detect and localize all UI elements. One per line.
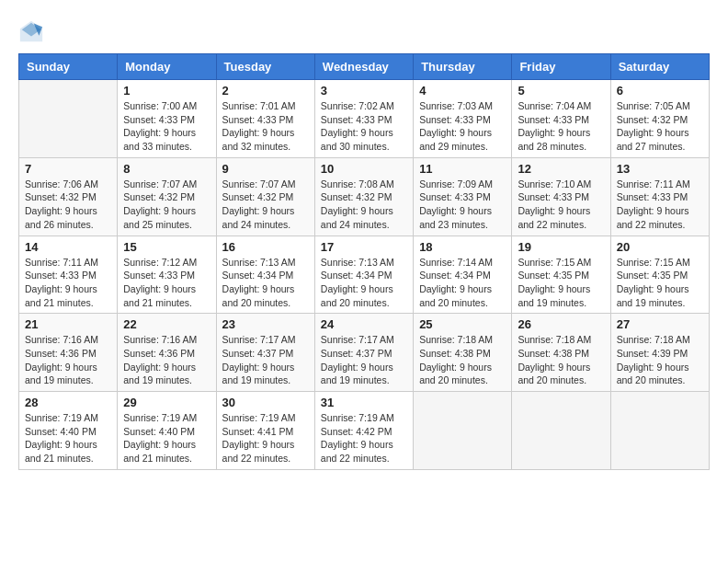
calendar-cell: 17Sunrise: 7:13 AMSunset: 4:34 PMDayligh… [314,236,413,314]
day-number: 30 [222,396,309,409]
logo [18,18,48,44]
week-row-3: 14Sunrise: 7:11 AMSunset: 4:33 PMDayligh… [19,236,710,314]
calendar-cell: 19Sunrise: 7:15 AMSunset: 4:35 PMDayligh… [512,236,610,314]
day-info: Sunrise: 7:17 AMSunset: 4:37 PMDaylight:… [321,333,407,387]
day-info: Sunrise: 7:17 AMSunset: 4:37 PMDaylight:… [222,333,309,387]
day-number: 16 [222,240,309,254]
day-number: 13 [617,162,703,176]
calendar-cell: 14Sunrise: 7:11 AMSunset: 4:33 PMDayligh… [19,236,118,314]
calendar-cell: 8Sunrise: 7:07 AMSunset: 4:32 PMDaylight… [118,157,216,236]
day-info: Sunrise: 7:18 AMSunset: 4:38 PMDaylight:… [419,333,506,387]
day-number: 27 [617,317,703,331]
calendar-cell [610,392,709,470]
calendar-cell: 12Sunrise: 7:10 AMSunset: 4:33 PMDayligh… [512,157,610,236]
day-info: Sunrise: 7:03 AMSunset: 4:33 PMDaylight:… [419,99,506,154]
calendar-cell: 11Sunrise: 7:09 AMSunset: 4:33 PMDayligh… [414,157,512,236]
day-info: Sunrise: 7:13 AMSunset: 4:34 PMDaylight:… [321,256,407,310]
day-number: 3 [321,84,407,98]
day-info: Sunrise: 7:15 AMSunset: 4:35 PMDaylight:… [518,256,604,310]
day-number: 6 [617,84,703,98]
day-number: 26 [518,317,604,331]
day-info: Sunrise: 7:00 AMSunset: 4:33 PMDaylight:… [123,99,210,154]
day-info: Sunrise: 7:11 AMSunset: 4:33 PMDaylight:… [617,178,703,232]
calendar-cell: 25Sunrise: 7:18 AMSunset: 4:38 PMDayligh… [414,314,512,392]
day-number: 29 [123,396,210,409]
calendar-cell: 21Sunrise: 7:16 AMSunset: 4:36 PMDayligh… [19,314,118,392]
calendar-cell: 26Sunrise: 7:18 AMSunset: 4:38 PMDayligh… [512,314,610,392]
calendar-cell: 1Sunrise: 7:00 AMSunset: 4:33 PMDaylight… [118,80,216,158]
day-number: 9 [222,162,309,176]
day-number: 5 [518,84,604,98]
calendar-cell: 20Sunrise: 7:15 AMSunset: 4:35 PMDayligh… [610,236,709,314]
day-number: 17 [321,240,407,254]
weekday-header-friday: Friday [512,54,610,80]
day-info: Sunrise: 7:08 AMSunset: 4:32 PMDaylight:… [321,178,407,232]
day-number: 2 [222,84,309,98]
week-row-4: 21Sunrise: 7:16 AMSunset: 4:36 PMDayligh… [19,314,710,392]
day-info: Sunrise: 7:18 AMSunset: 4:38 PMDaylight:… [518,333,604,387]
day-info: Sunrise: 7:10 AMSunset: 4:33 PMDaylight:… [518,178,604,232]
day-info: Sunrise: 7:19 AMSunset: 4:40 PMDaylight:… [123,411,210,465]
week-row-1: 1Sunrise: 7:00 AMSunset: 4:33 PMDaylight… [19,80,710,158]
day-number: 11 [419,162,506,176]
day-number: 25 [419,317,506,331]
day-info: Sunrise: 7:04 AMSunset: 4:33 PMDaylight:… [518,99,604,154]
day-number: 4 [419,84,506,98]
day-number: 24 [321,317,407,331]
calendar-cell: 5Sunrise: 7:04 AMSunset: 4:33 PMDaylight… [512,80,610,158]
weekday-header-saturday: Saturday [610,54,709,80]
day-info: Sunrise: 7:09 AMSunset: 4:33 PMDaylight:… [419,178,506,232]
calendar-cell [19,80,118,158]
day-number: 12 [518,162,604,176]
day-info: Sunrise: 7:02 AMSunset: 4:33 PMDaylight:… [321,99,407,154]
day-info: Sunrise: 7:07 AMSunset: 4:32 PMDaylight:… [222,178,309,232]
calendar-cell: 23Sunrise: 7:17 AMSunset: 4:37 PMDayligh… [216,314,314,392]
calendar-cell: 3Sunrise: 7:02 AMSunset: 4:33 PMDaylight… [314,80,413,158]
day-info: Sunrise: 7:19 AMSunset: 4:41 PMDaylight:… [222,411,309,465]
day-info: Sunrise: 7:19 AMSunset: 4:40 PMDaylight:… [25,411,111,465]
calendar-cell: 13Sunrise: 7:11 AMSunset: 4:33 PMDayligh… [610,157,709,236]
weekday-header-thursday: Thursday [414,54,512,80]
day-number: 20 [617,240,703,254]
calendar-cell: 7Sunrise: 7:06 AMSunset: 4:32 PMDaylight… [19,157,118,236]
calendar-cell: 31Sunrise: 7:19 AMSunset: 4:42 PMDayligh… [314,392,413,470]
calendar-cell: 29Sunrise: 7:19 AMSunset: 4:40 PMDayligh… [118,392,216,470]
day-info: Sunrise: 7:06 AMSunset: 4:32 PMDaylight:… [25,178,111,232]
day-number: 7 [25,162,111,176]
day-info: Sunrise: 7:11 AMSunset: 4:33 PMDaylight:… [25,256,111,310]
calendar-cell: 24Sunrise: 7:17 AMSunset: 4:37 PMDayligh… [314,314,413,392]
calendar-cell: 2Sunrise: 7:01 AMSunset: 4:33 PMDaylight… [216,80,314,158]
day-number: 8 [123,162,210,176]
day-info: Sunrise: 7:07 AMSunset: 4:32 PMDaylight:… [123,178,210,232]
day-number: 1 [123,84,210,98]
weekday-header-sunday: Sunday [19,54,118,80]
calendar-cell: 28Sunrise: 7:19 AMSunset: 4:40 PMDayligh… [19,392,118,470]
day-info: Sunrise: 7:13 AMSunset: 4:34 PMDaylight:… [222,256,309,310]
day-number: 14 [25,240,111,254]
calendar-cell: 27Sunrise: 7:18 AMSunset: 4:39 PMDayligh… [610,314,709,392]
day-number: 28 [25,396,111,409]
calendar-cell: 15Sunrise: 7:12 AMSunset: 4:33 PMDayligh… [118,236,216,314]
day-info: Sunrise: 7:16 AMSunset: 4:36 PMDaylight:… [123,333,210,387]
calendar: SundayMondayTuesdayWednesdayThursdayFrid… [18,53,710,470]
calendar-cell: 9Sunrise: 7:07 AMSunset: 4:32 PMDaylight… [216,157,314,236]
calendar-cell: 18Sunrise: 7:14 AMSunset: 4:34 PMDayligh… [414,236,512,314]
logo-icon [18,18,44,44]
header [18,18,710,44]
weekday-header-row: SundayMondayTuesdayWednesdayThursdayFrid… [19,54,710,80]
calendar-cell: 22Sunrise: 7:16 AMSunset: 4:36 PMDayligh… [118,314,216,392]
calendar-cell: 10Sunrise: 7:08 AMSunset: 4:32 PMDayligh… [314,157,413,236]
day-info: Sunrise: 7:05 AMSunset: 4:32 PMDaylight:… [617,99,703,154]
day-info: Sunrise: 7:14 AMSunset: 4:34 PMDaylight:… [419,256,506,310]
calendar-cell: 4Sunrise: 7:03 AMSunset: 4:33 PMDaylight… [414,80,512,158]
calendar-cell: 16Sunrise: 7:13 AMSunset: 4:34 PMDayligh… [216,236,314,314]
day-number: 10 [321,162,407,176]
day-number: 19 [518,240,604,254]
week-row-2: 7Sunrise: 7:06 AMSunset: 4:32 PMDaylight… [19,157,710,236]
calendar-cell: 30Sunrise: 7:19 AMSunset: 4:41 PMDayligh… [216,392,314,470]
day-number: 18 [419,240,506,254]
day-number: 15 [123,240,210,254]
day-info: Sunrise: 7:16 AMSunset: 4:36 PMDaylight:… [25,333,111,387]
calendar-cell: 6Sunrise: 7:05 AMSunset: 4:32 PMDaylight… [610,80,709,158]
day-info: Sunrise: 7:01 AMSunset: 4:33 PMDaylight:… [222,99,309,154]
